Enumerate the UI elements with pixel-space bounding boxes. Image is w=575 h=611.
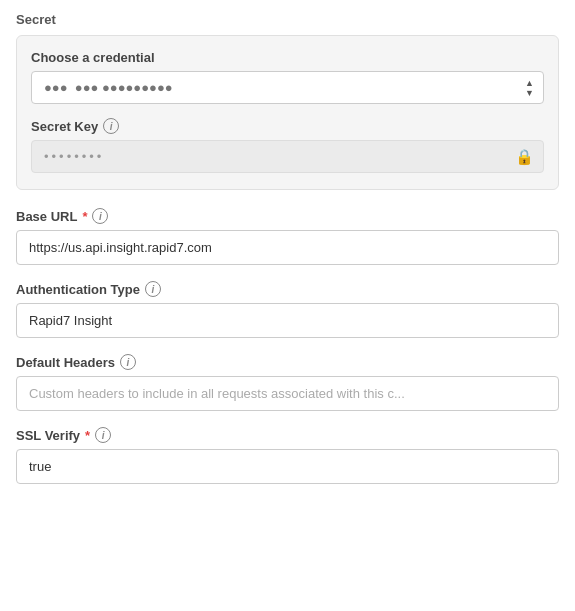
ssl-verify-group: SSL Verify * i	[16, 427, 559, 484]
secret-key-info-icon[interactable]: i	[103, 118, 119, 134]
ssl-verify-required: *	[85, 428, 90, 443]
default-headers-input[interactable]	[16, 376, 559, 411]
ssl-verify-label: SSL Verify * i	[16, 427, 559, 443]
base-url-input[interactable]	[16, 230, 559, 265]
lock-icon: 🔒	[515, 148, 534, 166]
credential-select-wrapper: ▲ ▼	[31, 71, 544, 104]
secret-section-label: Secret	[16, 12, 559, 27]
default-headers-group: Default Headers i	[16, 354, 559, 411]
secret-key-label: Secret Key i	[31, 118, 544, 134]
secret-box: Choose a credential ▲ ▼ Secret Key i 🔒	[16, 35, 559, 190]
ssl-verify-info-icon[interactable]: i	[95, 427, 111, 443]
auth-type-info-icon[interactable]: i	[145, 281, 161, 297]
secret-key-input-wrapper: 🔒	[31, 140, 544, 173]
ssl-verify-input[interactable]	[16, 449, 559, 484]
auth-type-group: Authentication Type i	[16, 281, 559, 338]
base-url-required: *	[82, 209, 87, 224]
credential-select[interactable]	[31, 71, 544, 104]
secret-section: Secret Choose a credential ▲ ▼ Secret Ke…	[16, 12, 559, 484]
auth-type-label: Authentication Type i	[16, 281, 559, 297]
default-headers-label: Default Headers i	[16, 354, 559, 370]
credential-label: Choose a credential	[31, 50, 544, 65]
base-url-group: Base URL * i	[16, 208, 559, 265]
auth-type-input[interactable]	[16, 303, 559, 338]
default-headers-info-icon[interactable]: i	[120, 354, 136, 370]
base-url-info-icon[interactable]: i	[92, 208, 108, 224]
base-url-label: Base URL * i	[16, 208, 559, 224]
secret-key-input[interactable]	[31, 140, 544, 173]
